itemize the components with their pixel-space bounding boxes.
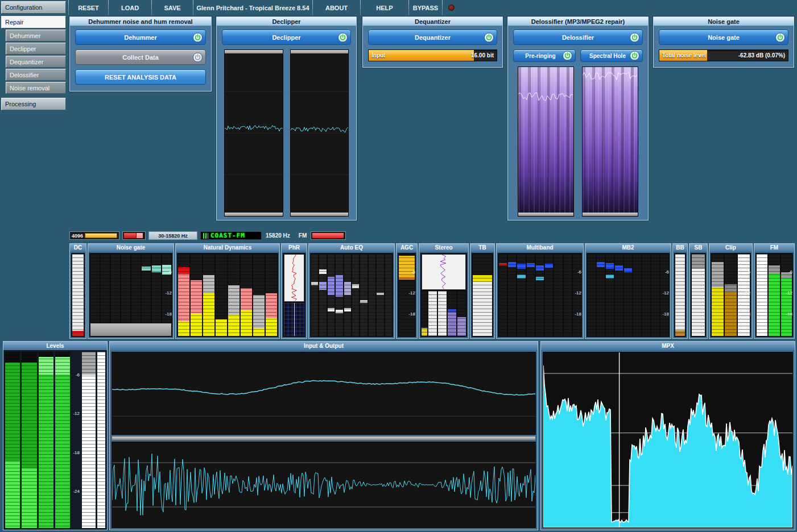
meter-bar <box>203 254 214 336</box>
scale-tick: -18 <box>786 312 792 317</box>
display-trace <box>583 67 638 216</box>
scale-tick: -6 <box>746 270 750 275</box>
meter-row: DCNoise gate-6-12-18Natural DynamicsPhRA… <box>69 243 795 339</box>
delossifier-toggle-button[interactable]: Delossifier <box>513 30 643 45</box>
meter-display <box>71 253 85 337</box>
meter-stripes <box>203 254 214 336</box>
meter-display <box>283 253 305 337</box>
display-trace <box>112 442 535 527</box>
meter-panel-multiband: Multiband-6-12-18 <box>496 243 584 339</box>
red-level-meter <box>122 231 146 240</box>
meter-display: -6-12-18 <box>711 253 751 337</box>
red-level-fill <box>124 233 136 238</box>
meter-panel-title: BB <box>673 244 687 252</box>
meter-stripes <box>725 254 737 336</box>
pre-ringing-toggle-button[interactable]: Pre-ringing <box>513 49 576 62</box>
total-noise-level-indicator[interactable]: Total noise level -62.83 dB (0.07%) <box>659 49 788 61</box>
meter-display: -6-12-18 <box>398 253 416 337</box>
menu-preset-title[interactable]: Glenn Pritchard - Tropical Breeze 8.54 <box>193 0 312 15</box>
meter-panel-natdyn: Natural Dynamics <box>175 243 280 339</box>
levels-panel-title: Levels <box>3 342 107 350</box>
meter-scale: -6-12-18 <box>662 253 670 337</box>
meter-bar <box>97 352 105 528</box>
meter-bar <box>692 254 705 336</box>
reset-analysis-data-button[interactable]: RESET ANALYSIS DATA <box>75 69 206 85</box>
spectral-hole-toggle-button[interactable]: Spectral Hole <box>580 49 643 62</box>
display-trace <box>225 50 283 216</box>
meter-bar <box>22 352 36 528</box>
meter-bar <box>82 352 96 528</box>
sidebar-item-configuration[interactable]: Configuration <box>1 1 66 14</box>
meter-bar <box>606 254 614 336</box>
scale-tick: -12 <box>575 291 581 296</box>
grid-center-line <box>294 303 295 336</box>
menu-separator <box>442 0 443 15</box>
meter-stripes <box>545 254 553 336</box>
menu-load[interactable]: LOAD <box>109 0 151 15</box>
meter-bar <box>344 254 351 336</box>
scale-tick: -12 <box>165 291 172 296</box>
stereo-tool-app: RESET LOAD SAVE Glenn Pritchard - Tropic… <box>0 0 797 532</box>
input-bits-slider[interactable]: Input 16.00 bit <box>368 49 497 61</box>
meter-stripes <box>448 291 456 336</box>
meter-bar <box>633 254 641 336</box>
declipper-toggle-button[interactable]: Declipper <box>222 30 351 45</box>
meter-bar <box>564 254 572 336</box>
levels-scale: -6-12-18-24 <box>72 352 80 528</box>
dehummer-toggle-button[interactable]: Dehummer <box>75 30 206 45</box>
meter-bar <box>266 254 277 336</box>
meter-stripes <box>385 254 392 336</box>
meter-stripes <box>588 254 596 336</box>
menu-reset[interactable]: RESET <box>69 0 108 15</box>
sidebar-item-declipper[interactable]: Declipper <box>6 43 66 55</box>
meter-display <box>472 253 493 337</box>
menu-help[interactable]: HELP <box>361 0 408 15</box>
meter-stripes <box>253 254 265 336</box>
meter-display: -6-12-18 <box>587 253 670 337</box>
meter-bar <box>769 254 779 336</box>
meter-stripes <box>757 254 767 336</box>
delossifier-panel: Delossifier (MP3/MPEG2 repair) Delossifi… <box>507 16 649 221</box>
meter-stripes <box>336 254 342 336</box>
declipper-panel: Declipper Declipper <box>216 16 357 221</box>
sidebar-item-dequantizer[interactable]: Dequantizer <box>6 56 66 68</box>
meter-stripes <box>82 352 96 528</box>
meter-stripes <box>216 254 227 336</box>
menu-bypass[interactable]: BYPASS <box>409 0 442 15</box>
display-cap <box>291 213 349 216</box>
meter-stripes <box>606 254 614 336</box>
meter-display <box>674 253 686 337</box>
sidebar-item-noise-removal[interactable]: Noise removal <box>6 82 66 94</box>
meter-panel-title: TB <box>470 244 494 252</box>
scale-tick: -12 <box>73 412 80 416</box>
menu-save[interactable]: SAVE <box>152 0 193 15</box>
sidebar-item-delossifier[interactable]: Delossifier <box>6 69 66 81</box>
sidebar-item-processing[interactable]: Processing <box>1 98 66 110</box>
meter-stripes <box>344 254 351 336</box>
meter-panel-stereo: Stereo <box>419 243 469 339</box>
scale-tick: -6 <box>788 270 792 275</box>
meter-stripes <box>675 254 685 336</box>
noise-gate-toggle-button[interactable]: Noise gate <box>659 30 788 45</box>
meter-bar <box>588 254 596 336</box>
menu-about[interactable]: ABOUT <box>313 0 360 15</box>
sidebar-item-dehummer[interactable]: Dehummer <box>6 30 66 41</box>
collect-data-toggle-button[interactable]: Collect Data <box>75 49 206 65</box>
scale-tick: -12 <box>786 291 792 296</box>
power-icon <box>563 51 572 61</box>
meter-bar <box>428 291 437 336</box>
dequantizer-toggle-button[interactable]: Dequantizer <box>368 30 497 45</box>
meter-stripes <box>597 254 605 336</box>
dehummer-panel-title: Dehummer noise and hum removal <box>70 17 211 26</box>
spectrogram-left <box>518 66 574 217</box>
spectrogram-right <box>582 66 638 217</box>
sidebar-item-repair[interactable]: Repair <box>1 16 66 28</box>
slider-value: -62.83 dB (0.07%) <box>738 52 785 59</box>
meter-panel-title: PhR <box>282 244 307 252</box>
meter-stripes <box>769 254 779 336</box>
display-trace <box>284 255 304 301</box>
display-cap <box>518 213 573 216</box>
meter-scale: -6-12-18 <box>165 253 172 337</box>
meter-stripes <box>457 291 466 336</box>
meter-bar <box>448 291 456 336</box>
